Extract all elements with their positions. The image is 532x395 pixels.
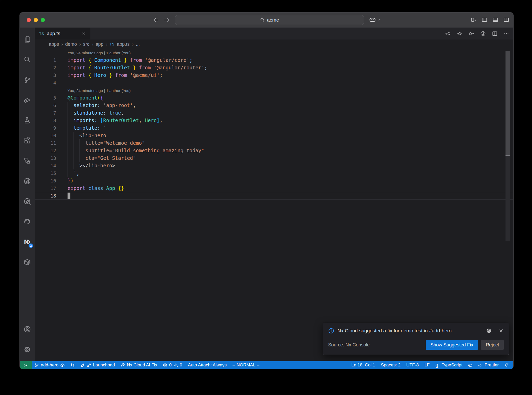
breadcrumb-item-app.ts[interactable]: app.ts [117, 42, 130, 47]
activity-badge: 3 [28, 243, 34, 248]
warning-icon [174, 363, 178, 367]
breadcrumb-item-src[interactable]: src [83, 42, 89, 47]
wrench-icon [121, 363, 125, 367]
auto-attach-item[interactable]: Auto Attach: Always [185, 361, 229, 369]
activity-item-nx-console[interactable]: N3 [20, 232, 35, 252]
activity-item-settings[interactable] [20, 339, 35, 360]
more-actions-button[interactable] [504, 31, 509, 36]
line-number: 14 [35, 162, 56, 169]
activity-item-extensions[interactable] [20, 130, 35, 151]
commit-graph-button[interactable] [480, 31, 486, 36]
code-line-10[interactable]: 10 <lib-hero [35, 132, 513, 139]
tab-app-ts[interactable]: TS app.ts [35, 28, 90, 40]
nx-cloud-ai-fix-item[interactable]: Nx Cloud AI Fix [118, 361, 160, 369]
notifications-bell-item[interactable] [502, 361, 512, 369]
code-line-2[interactable]: 2import { RouterOutlet } from '@angular/… [35, 64, 513, 71]
toggle-primary-sidebar-button[interactable] [482, 17, 487, 23]
code-line-1[interactable]: 1import { Component } from '@angular/cor… [35, 56, 513, 64]
code-line-5[interactable]: 5@Component({ [35, 94, 513, 102]
breadcrumb-item-app[interactable]: app [96, 42, 103, 47]
close-window-button[interactable] [27, 18, 31, 22]
code-line-11[interactable]: 11 title="Welcmoe demo" [35, 139, 513, 147]
activity-item-edge-devtools[interactable] [20, 212, 35, 232]
customize-layout-button[interactable] [471, 17, 476, 23]
codelens[interactable]: You, 24 minutes ago | 1 author (You) [35, 49, 513, 56]
next-change-button[interactable] [469, 31, 474, 36]
search-icon [24, 56, 31, 63]
previous-change-button[interactable] [445, 31, 451, 36]
prettier-item[interactable]: Prettier [475, 361, 502, 369]
commit-graph-item[interactable] [68, 361, 78, 369]
activity-item-project-structure[interactable] [20, 151, 35, 171]
breadcrumb-item-demo[interactable]: demo [65, 42, 77, 47]
indentation-item[interactable]: Spaces: 2 [378, 361, 403, 369]
copilot-icon [468, 363, 473, 367]
copilot-menu-button[interactable] [369, 16, 381, 23]
code-line-4[interactable]: 4 [35, 79, 513, 87]
current-change-button[interactable] [457, 31, 462, 36]
code-line-12[interactable]: 12 subtitle="Build something amazing tod… [35, 147, 513, 154]
code-line-8[interactable]: 8 imports: [RouterOutlet, Hero], [35, 117, 513, 124]
problems-item[interactable]: 00 [160, 361, 185, 369]
maximize-window-button[interactable] [41, 18, 45, 22]
bell-dot-icon [504, 363, 509, 367]
notification-close-button[interactable] [498, 328, 504, 333]
notification-settings-button[interactable] [486, 328, 492, 334]
error-icon [163, 363, 167, 367]
code-line-6[interactable]: 6 selector: 'app-root', [35, 102, 513, 109]
code-line-3[interactable]: 3import { Hero } from '@acme/ui'; [35, 71, 513, 79]
breadcrumb: apps›demo›src›app›TSapp.ts›... [35, 40, 513, 49]
toggle-secondary-sidebar-button[interactable] [503, 17, 509, 23]
layout-controls [471, 17, 509, 23]
code-line-17[interactable]: 17export class App {} [35, 185, 513, 192]
activity-item-commit-graph[interactable] [20, 171, 35, 191]
code-line-9[interactable]: 9 template: ` [35, 124, 513, 132]
line-number: 6 [35, 102, 56, 109]
launchpad-item[interactable]: Launchpad [78, 361, 118, 369]
code-editor[interactable]: You, 24 minutes ago | 1 author (You)1imp… [35, 49, 513, 361]
git-branch-item[interactable]: add-hero [32, 361, 68, 369]
breadcrumb-item-more[interactable]: ... [136, 42, 140, 47]
line-number: 9 [35, 124, 56, 132]
rocket-icon [81, 363, 85, 367]
account-icon [24, 326, 31, 333]
tab-bar: TS app.ts [35, 28, 513, 40]
language-mode-item[interactable]: {}TypeScript [433, 361, 465, 369]
activity-item-run-and-debug[interactable] [20, 90, 35, 110]
remote-indicator[interactable] [20, 361, 32, 369]
activity-item-accounts[interactable] [20, 319, 35, 339]
toggle-panel-button[interactable] [493, 17, 498, 23]
close-tab-button[interactable] [82, 31, 86, 36]
activity-item-gitlens-search[interactable] [20, 191, 35, 212]
code-line-13[interactable]: 13 cta="Get Started" [35, 154, 513, 162]
reject-button[interactable]: Reject [481, 340, 504, 350]
codelens[interactable]: You, 24 minutes ago | 1 author (You) [35, 87, 513, 94]
copilot-item[interactable] [465, 361, 475, 369]
encoding-item[interactable]: UTF-8 [403, 361, 422, 369]
code-line-15[interactable]: 15 `, [35, 169, 513, 177]
code-line-16[interactable]: 16}) [35, 177, 513, 185]
breadcrumb-separator: › [106, 42, 107, 47]
activity-item-search[interactable] [20, 49, 35, 70]
code-line-7[interactable]: 7 standalone: true, [35, 109, 513, 117]
code-line-14[interactable]: 14 ></lib-hero> [35, 162, 513, 169]
cursor-position-item[interactable]: Ln 18, Col 1 [349, 361, 378, 369]
line-number: 2 [35, 64, 56, 71]
show-suggested-fix-button[interactable]: Show Suggested Fix [426, 340, 478, 350]
scrollbar-thumb[interactable] [506, 51, 510, 156]
activity-item-source-control[interactable] [20, 70, 35, 90]
activity-item-explorer[interactable] [20, 29, 35, 49]
typescript-file-icon: TS [110, 42, 115, 46]
command-center-search[interactable]: acme [175, 15, 364, 25]
navigate-forward-button[interactable] [164, 17, 170, 23]
activity-item-containers[interactable] [20, 252, 35, 272]
code-line-18[interactable]: 18 [35, 192, 513, 200]
split-editor-button[interactable] [492, 31, 497, 36]
navigate-back-button[interactable] [153, 17, 159, 23]
editor-cursor [68, 193, 70, 199]
breadcrumb-item-apps[interactable]: apps [49, 42, 59, 47]
activity-item-testing[interactable] [20, 110, 35, 130]
vim-mode-item[interactable]: -- NORMAL -- [230, 361, 262, 369]
eol-item[interactable]: LF [422, 361, 433, 369]
minimize-window-button[interactable] [34, 18, 38, 22]
